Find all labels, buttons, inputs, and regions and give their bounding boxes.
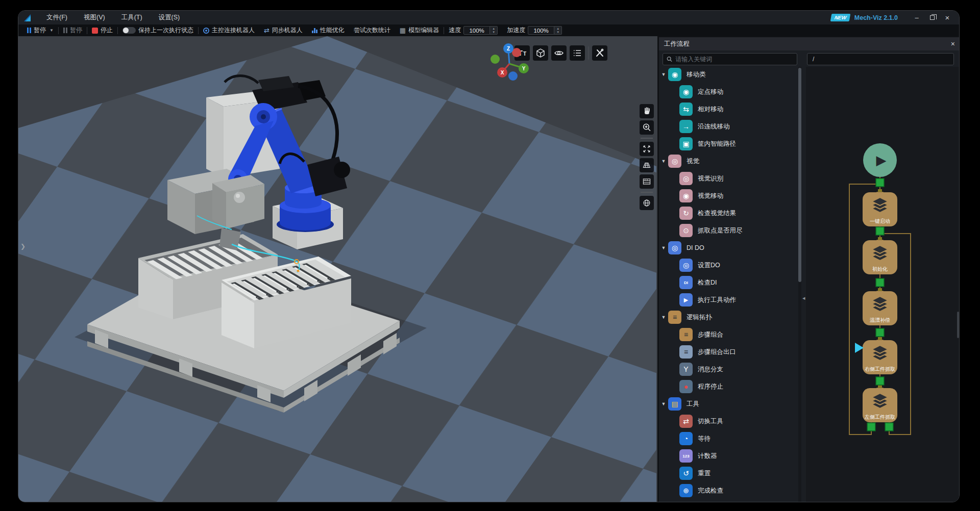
tree-item-finish-check[interactable]: ▼⊕完成检查: [659, 482, 798, 499]
vision-move-icon: ◉: [679, 189, 693, 202]
search-input[interactable]: [675, 56, 793, 63]
tree-item-check-di[interactable]: ▼DI检查DI: [659, 274, 798, 291]
menu-file[interactable]: 文件(F): [38, 11, 76, 24]
performance-optimization-button[interactable]: 性能优化: [307, 24, 349, 36]
zoom-button[interactable]: [640, 120, 654, 135]
speed-stepper[interactable]: 100% ▲▼: [463, 26, 498, 35]
tree-label: 执行工具动作: [698, 296, 736, 304]
panel-collapse-handle[interactable]: ◂: [802, 295, 805, 301]
tree-label: 视觉移动: [698, 192, 723, 200]
eye-icon: [554, 48, 564, 58]
tree-item-step-group[interactable]: ▼≡步骤组合: [659, 326, 798, 343]
left-panel-expand-handle[interactable]: ❯: [20, 243, 26, 250]
workflow-search[interactable]: [663, 53, 797, 65]
tree-section-move-category[interactable]: ▼◉移动类: [659, 66, 798, 83]
master-control-connect-button[interactable]: 主控连接机器人: [199, 24, 259, 36]
graph-node-right-workpiece-pick[interactable]: 右侧工件抓取: [863, 340, 897, 374]
chevron-down-icon[interactable]: ▼: [50, 28, 54, 33]
maximize-button[interactable]: [924, 11, 940, 24]
spin-down-icon[interactable]: ▼: [490, 31, 497, 35]
ground-grid-button[interactable]: [640, 158, 654, 172]
stop-icon: [92, 28, 98, 34]
stop-button[interactable]: 停止: [87, 24, 117, 36]
tree-label: 检查视觉结果: [698, 209, 736, 218]
tree-item-vision-move[interactable]: ▼◉视觉移动: [659, 187, 798, 205]
tree-label: 检查DI: [698, 278, 717, 287]
move-along-line-icon: →: [679, 120, 693, 133]
pan-button[interactable]: [640, 104, 654, 118]
tree-section-logic-topology[interactable]: ▼≡逻辑拓扑: [659, 309, 798, 326]
menu-view[interactable]: 视图(V): [76, 11, 113, 24]
viewport-3d[interactable]: TT: [18, 36, 657, 502]
tree-item-move-relative[interactable]: ▼⇆相对移动: [659, 100, 798, 118]
axis-y-label: Y: [522, 66, 526, 71]
keep-last-state-toggle[interactable]: 保持上一次执行状态: [118, 24, 198, 36]
menu-tools[interactable]: 工具(T): [113, 11, 151, 24]
model-editor-icon: ▦: [400, 27, 406, 34]
measure-tools-button[interactable]: [592, 45, 607, 61]
tree-item-move-fixed-point[interactable]: ▼◉定点移动: [659, 83, 798, 100]
speed-control: 速度 100% ▲▼: [444, 24, 502, 36]
model-editor-button[interactable]: ▦ 模型编辑器: [395, 24, 444, 36]
tree-section-di-do[interactable]: ▼◎DI DO: [659, 239, 798, 257]
run-workflow-button[interactable]: ▶: [863, 143, 897, 177]
plan-history-button[interactable]: [640, 174, 654, 189]
tree-item-switch-tool[interactable]: ▼⇄切换工具: [659, 413, 798, 430]
list-view-button[interactable]: [570, 45, 585, 61]
graph-scrollbar[interactable]: [957, 312, 959, 338]
axis-gizmo[interactable]: Z Y X: [489, 42, 533, 83]
graph-node-initialize[interactable]: 初始化: [863, 240, 897, 274]
menu-settings[interactable]: 设置(S): [151, 11, 188, 24]
tree-item-set-do[interactable]: ▼◎设置DO: [659, 257, 798, 274]
workflow-graph[interactable]: ▶ 一键启动初始化温漂补偿右侧工件抓取左侧工件抓取: [806, 67, 960, 502]
close-panel-icon[interactable]: ×: [951, 40, 955, 48]
tree-section-vision[interactable]: ▼◎视觉: [659, 152, 798, 170]
vision-icon: ◎: [668, 155, 681, 168]
tree-item-counter[interactable]: ▼123计数器: [659, 447, 798, 465]
pause-secondary-button[interactable]: 暂停: [59, 24, 87, 36]
di-do-icon: ◎: [668, 241, 681, 254]
tree-section-tools[interactable]: ▼▤工具: [659, 395, 798, 413]
attempt-statistics-button[interactable]: 尝试次数统计: [349, 24, 395, 36]
tree-item-vision-recognition[interactable]: ▼◎视觉识别: [659, 170, 798, 187]
tree-item-grasp-points-exhausted[interactable]: ▼⊙抓取点是否用尽: [659, 222, 798, 239]
fit-view-button[interactable]: [640, 142, 654, 156]
close-button[interactable]: ×: [940, 11, 955, 24]
tree-label: 步骤组合出口: [698, 348, 736, 356]
graph-node-left-workpiece-pick[interactable]: 左侧工件抓取: [863, 388, 897, 422]
chevron-down-icon[interactable]: ▼: [659, 401, 668, 406]
tree-item-reset[interactable]: ▼↺重置: [659, 465, 798, 482]
tree-label: 筐内智能路径: [698, 140, 736, 148]
tree-scrollbar[interactable]: [798, 67, 801, 502]
finish-check-icon: ⊕: [679, 484, 693, 497]
projection-button[interactable]: [640, 196, 654, 210]
tree-item-step-group-exit[interactable]: ▼≡步骤组合出口: [659, 343, 798, 361]
chevron-down-icon[interactable]: ▼: [659, 245, 668, 250]
tree-item-execute-tool-action[interactable]: ▼►执行工具动作: [659, 291, 798, 309]
chevron-down-icon[interactable]: ▼: [659, 72, 668, 77]
bounding-box-button[interactable]: [533, 45, 548, 61]
acceleration-stepper[interactable]: 100% ▲▼: [528, 26, 562, 35]
switch-tool-icon: ⇄: [679, 415, 693, 428]
graph-node-one-key-start[interactable]: 一键启动: [863, 192, 897, 226]
chevron-down-icon[interactable]: ▼: [659, 315, 668, 320]
tree-item-move-along-line[interactable]: ▼→沿连线移动: [659, 118, 798, 135]
tree-item-check-vision-result[interactable]: ▼↻检查视觉结果: [659, 205, 798, 222]
tree-item-wait[interactable]: ▼◔等待: [659, 430, 798, 447]
toggle-off-icon[interactable]: [122, 27, 136, 34]
pause-button[interactable]: 暂停 ▼: [22, 24, 58, 36]
sync-robot-button[interactable]: ⇄ 同步机器人: [259, 24, 307, 36]
tree-item-program-stop[interactable]: ▼●程序停止: [659, 378, 798, 395]
minimize-button[interactable]: –: [909, 11, 924, 24]
graph-breadcrumb[interactable]: /: [807, 53, 954, 65]
spin-down-icon[interactable]: ▼: [554, 31, 561, 35]
tree-item-message-branch[interactable]: ▼Y消息分支: [659, 361, 798, 378]
tree-label: 切换工具: [698, 417, 723, 426]
spin-up-icon[interactable]: ▲: [490, 27, 497, 31]
spin-up-icon[interactable]: ▲: [554, 27, 561, 31]
chevron-down-icon[interactable]: ▼: [659, 159, 668, 164]
graph-node-temp-drift-compensation[interactable]: 温漂补偿: [863, 291, 897, 325]
visibility-button[interactable]: [551, 45, 567, 61]
tree-item-smart-path-in-bin[interactable]: ▼▣筐内智能路径: [659, 135, 798, 152]
robot-connect-icon: [203, 28, 209, 34]
